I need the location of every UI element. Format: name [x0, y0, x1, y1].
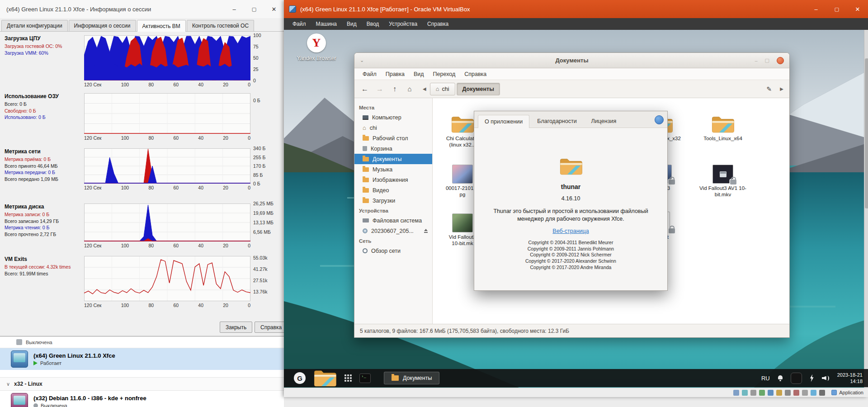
website-link[interactable]: Веб-страница	[552, 228, 589, 234]
close-icon[interactable]	[655, 115, 664, 124]
tab-guest-control[interactable]: Контроль гостевой ОС	[187, 20, 254, 31]
notifications-bell-icon[interactable]	[777, 375, 783, 381]
ram-chart-labels: Использование ОЗУВсего: 0 БСвободно: 0 Б…	[5, 93, 83, 121]
x-axis-tick: 100	[121, 185, 129, 190]
sidebar-item-trash[interactable]: Корзина	[354, 143, 432, 154]
vm-desktop[interactable]: Y Yandex Browser Документы Файл Правка	[284, 30, 868, 388]
sidebar-item-music[interactable]: Музыка	[354, 164, 432, 175]
menu-file[interactable]: Файл	[288, 18, 311, 30]
path-scroll-right-icon[interactable]	[778, 86, 786, 91]
menu-help[interactable]: Справка	[460, 71, 491, 77]
vm-window-titlebar[interactable]: (x64) Green Linux 21.1.0 Xfce [Работает]…	[284, 0, 868, 18]
vm-list-item[interactable]: (x32) Debian 11.6.0 - i386 - kde + nonfr…	[0, 391, 284, 407]
minimize-icon[interactable]	[806, 0, 826, 18]
x-axis-tick: 0	[248, 243, 250, 248]
file-manager-launcher-icon[interactable]	[313, 369, 337, 388]
tab-credits[interactable]: Благодарности	[530, 114, 583, 128]
recording-status-icon[interactable]	[793, 390, 799, 396]
chart-legend-entry: Всего: 91.99M times	[5, 270, 83, 277]
hard-disks-status-icon[interactable]	[733, 390, 739, 396]
keyboard-status-icon[interactable]	[819, 390, 825, 396]
vm-status-text: Работает	[40, 360, 61, 366]
optical-drives-status-icon[interactable]	[742, 390, 748, 396]
menu-view[interactable]: Вид	[342, 18, 362, 30]
close-icon[interactable]	[777, 57, 784, 64]
minimize-icon[interactable]	[755, 58, 757, 63]
vm-list-item-partial[interactable]: Выключена	[0, 336, 284, 348]
mouse-integration-status-icon[interactable]	[811, 390, 816, 396]
close-icon[interactable]	[264, 0, 284, 18]
taskbar-item-documents[interactable]: Документы	[384, 372, 439, 384]
sidebar-item-browse-network[interactable]: Обзор сети	[354, 246, 432, 256]
tab-about[interactable]: О приложении	[478, 115, 529, 128]
tab-configuration-details[interactable]: Детали конфигурации	[1, 20, 68, 31]
edit-path-icon[interactable]	[762, 82, 776, 96]
sidebar-item-home[interactable]: chi	[354, 123, 432, 133]
menu-help[interactable]: Справка	[422, 18, 453, 30]
scrollbar[interactable]	[864, 30, 868, 388]
sidebar-item-pictures[interactable]: Изображения	[354, 175, 432, 185]
close-session-button[interactable]: Закрыть	[220, 322, 252, 333]
sidebar-item-removable-device[interactable]: 20230607_205...	[354, 226, 432, 236]
maximize-icon[interactable]	[826, 0, 847, 18]
maximize-icon[interactable]	[244, 0, 264, 18]
path-button-home[interactable]: chi	[430, 83, 455, 95]
menu-input[interactable]: Ввод	[362, 18, 384, 30]
audio-status-icon[interactable]	[750, 390, 756, 396]
help-button[interactable]: Справка	[255, 322, 288, 333]
tab-vm-activity[interactable]: Активность ВМ	[137, 20, 186, 32]
eject-icon[interactable]	[423, 228, 429, 234]
menu-go[interactable]: Переход	[429, 71, 460, 77]
path-scroll-left-icon[interactable]	[420, 86, 429, 91]
chart-title: Использование ОЗУ	[5, 93, 83, 99]
y-axis-tick: 25	[253, 66, 259, 72]
sidebar-item-filesystem[interactable]: Файловая система	[354, 215, 432, 226]
network-status-icon[interactable]	[759, 390, 765, 396]
menu-edit[interactable]: Правка	[381, 71, 409, 77]
maximize-icon[interactable]	[765, 57, 769, 63]
menu-machine[interactable]: Машина	[311, 18, 342, 30]
window-menu-chevron-icon[interactable]	[360, 57, 364, 63]
terminal-launcher-icon[interactable]	[359, 374, 371, 383]
shared-folders-status-icon[interactable]	[776, 390, 782, 396]
sidebar-item-documents[interactable]: Документы	[354, 154, 432, 164]
session-window-titlebar[interactable]: (x64) Green Linux 21.1.0 Xfce - Информац…	[0, 0, 284, 18]
home-icon[interactable]	[403, 82, 416, 96]
volume-icon[interactable]	[822, 375, 830, 382]
vm-window-controls	[806, 0, 868, 18]
up-icon[interactable]	[388, 82, 401, 96]
app-version: 4.16.10	[474, 195, 667, 202]
path-button-current[interactable]: Документы	[457, 83, 500, 95]
sidebar-item-desktop[interactable]: Рабочий стол	[354, 133, 432, 143]
menu-file[interactable]: Файл	[358, 71, 381, 77]
thunar-titlebar[interactable]: Документы	[354, 53, 789, 68]
file-item-folder[interactable]: Tools_Linux_x64	[696, 111, 750, 142]
menu-devices[interactable]: Устройства	[384, 18, 422, 30]
panel-clock[interactable]: 2023-18-21 14:18	[837, 372, 863, 385]
close-icon[interactable]	[847, 0, 868, 18]
file-item-video-locked[interactable]: Vid Fallout3 AV1 10-bit.mkv	[696, 161, 750, 198]
keyboard-layout-indicator[interactable]: RU	[761, 375, 770, 382]
tab-license[interactable]: Лицензия	[585, 114, 623, 128]
applications-menu-icon[interactable]: G	[294, 372, 306, 384]
back-icon[interactable]	[358, 82, 372, 96]
tab-runtime-information[interactable]: Информация о сессии	[69, 20, 136, 31]
vm-list-item-selected[interactable]: (x64) Green Linux 21.1.0 Xfce Работает	[0, 348, 284, 370]
tray-app-icon[interactable]	[791, 373, 802, 384]
sidebar-item-computer[interactable]: Компьютер	[354, 112, 432, 123]
chart-legend-entry: Всего передано 1,09 МБ	[5, 176, 83, 183]
sidebar-item-videos[interactable]: Видео	[354, 185, 432, 195]
features-status-icon[interactable]	[802, 390, 808, 396]
sidebar-item-downloads[interactable]: Загрузки	[354, 195, 432, 206]
minimize-icon[interactable]	[224, 0, 244, 18]
usb-status-icon[interactable]	[768, 390, 774, 396]
desktop-shortcut-yandex-browser[interactable]: Y Yandex Browser	[295, 33, 338, 62]
display-status-icon[interactable]	[785, 390, 791, 396]
app-finder-icon[interactable]	[344, 374, 352, 382]
power-manager-icon[interactable]	[809, 374, 815, 382]
chevron-down-icon[interactable]	[6, 381, 10, 387]
vm-group-header[interactable]: x32 - Linux	[0, 377, 284, 391]
menu-view[interactable]: Вид	[409, 71, 429, 77]
forward-icon[interactable]	[373, 82, 387, 96]
scrollbar-thumb[interactable]	[865, 58, 868, 208]
